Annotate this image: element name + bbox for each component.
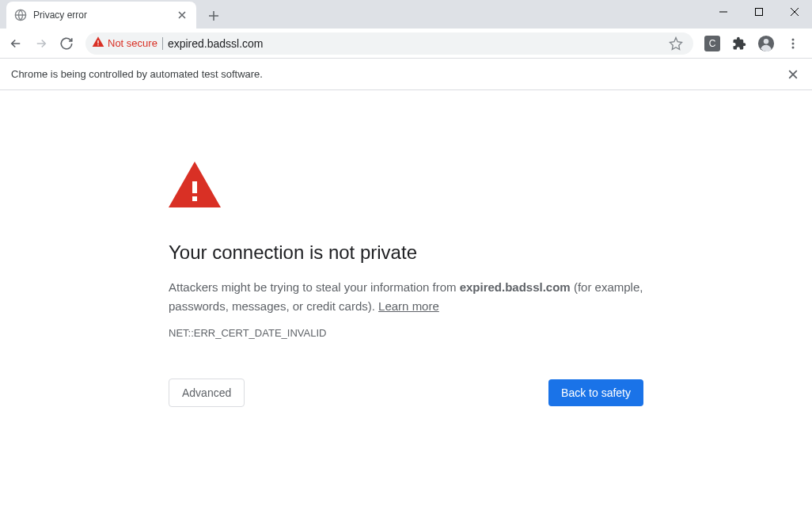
infobar-close-icon[interactable] [785, 67, 801, 82]
reload-button[interactable] [55, 32, 78, 55]
toolbar: Not secure expired.badssl.com C [0, 29, 812, 59]
svg-rect-9 [192, 181, 197, 193]
svg-rect-3 [97, 44, 98, 45]
large-warning-triangle-icon [169, 162, 643, 210]
svg-rect-1 [755, 9, 762, 16]
learn-more-link[interactable]: Learn more [378, 299, 439, 313]
new-tab-button[interactable] [203, 5, 225, 27]
automation-infobar: Chrome is being controlled by automated … [0, 59, 812, 90]
extensions-puzzle-icon[interactable] [728, 32, 750, 55]
back-button[interactable] [5, 32, 27, 55]
interstitial-heading: Your connection is not private [169, 242, 643, 264]
svg-point-7 [792, 42, 795, 44]
svg-rect-10 [192, 196, 197, 201]
extension-badge[interactable]: C [701, 32, 723, 55]
close-tab-icon[interactable] [176, 9, 188, 21]
globe-icon [14, 9, 27, 21]
page-content: Your connection is not private Attackers… [0, 90, 812, 407]
toolbar-right: C [701, 32, 807, 55]
svg-point-6 [792, 38, 795, 40]
window-controls [705, 0, 812, 24]
advanced-button[interactable]: Advanced [169, 379, 245, 407]
warning-triangle-icon [92, 36, 104, 51]
address-bar[interactable]: Not secure expired.badssl.com [85, 32, 693, 55]
bookmark-star-icon[interactable] [665, 32, 687, 55]
close-window-button[interactable] [776, 0, 812, 24]
button-row: Advanced Back to safety [169, 379, 643, 407]
ssl-interstitial: Your connection is not private Attackers… [169, 162, 643, 407]
svg-rect-2 [97, 40, 98, 44]
interstitial-body: Attackers might be trying to steal your … [169, 278, 643, 316]
maximize-button[interactable] [741, 0, 776, 24]
svg-point-5 [764, 39, 768, 44]
tab-title: Privacy error [33, 10, 169, 21]
separator [162, 37, 163, 50]
interstitial-domain: expired.badssl.com [460, 280, 571, 294]
infobar-text: Chrome is being controlled by automated … [11, 68, 785, 80]
forward-button[interactable] [30, 32, 52, 55]
menu-kebab-icon[interactable] [782, 32, 804, 55]
security-label: Not secure [108, 37, 157, 49]
url-text: expired.badssl.com [168, 37, 660, 50]
profile-avatar-icon[interactable] [755, 32, 777, 55]
minimize-button[interactable] [705, 0, 741, 24]
svg-point-8 [792, 46, 795, 48]
error-code: NET::ERR_CERT_DATE_INVALID [169, 327, 643, 339]
back-to-safety-button[interactable]: Back to safety [548, 379, 643, 406]
title-bar: Privacy error [0, 0, 812, 29]
security-chip[interactable]: Not secure [92, 36, 157, 51]
browser-tab[interactable]: Privacy error [6, 2, 196, 29]
